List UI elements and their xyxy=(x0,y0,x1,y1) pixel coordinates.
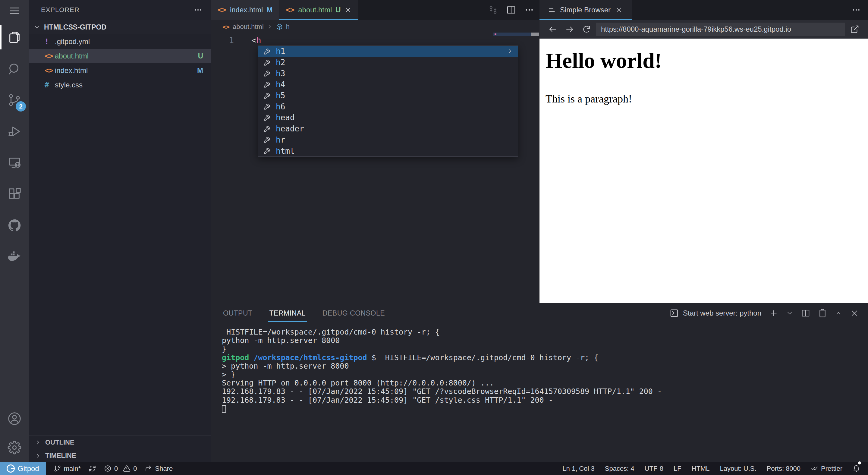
open-external-icon[interactable] xyxy=(847,22,862,36)
code-bracket: < xyxy=(251,36,256,45)
terminal-picker-label: Start web server: python xyxy=(683,309,761,317)
property-wrench-icon xyxy=(264,136,272,144)
close-icon[interactable] xyxy=(344,6,352,13)
menu-icon[interactable] xyxy=(0,0,29,22)
notifications-bell-icon[interactable] xyxy=(852,462,860,475)
eol-sequence[interactable]: LF xyxy=(674,462,681,475)
branch-indicator[interactable]: main* xyxy=(54,462,81,475)
tab-terminal[interactable]: TERMINAL xyxy=(270,303,306,323)
code-line-1[interactable]: 1 <h xyxy=(211,35,261,45)
explorer-header: EXPLORER xyxy=(29,0,211,20)
formatter-label: Prettier xyxy=(821,465,842,473)
settings-gear-icon[interactable] xyxy=(0,433,29,462)
html-file-icon: <> xyxy=(222,23,230,30)
file-row-style-css[interactable]: # style.css xyxy=(29,78,211,92)
tab-about-html[interactable]: <> about.html U xyxy=(279,0,358,20)
account-icon[interactable] xyxy=(0,404,29,433)
editor-scrollbar[interactable] xyxy=(531,33,539,36)
github-icon[interactable] xyxy=(0,210,29,241)
branch-label: main* xyxy=(64,465,81,473)
outline-section-header[interactable]: OUTLINE xyxy=(29,436,211,449)
encoding[interactable]: UTF-8 xyxy=(645,462,663,475)
file-row-gitpod-yml[interactable]: ! .gitpod.yml xyxy=(29,34,211,49)
extensions-icon[interactable] xyxy=(0,179,29,210)
close-panel-icon[interactable] xyxy=(850,309,859,318)
indentation[interactable]: Spaces: 4 xyxy=(605,462,634,475)
double-check-icon xyxy=(811,465,818,472)
suggestion-item[interactable]: head xyxy=(258,112,518,123)
new-terminal-icon[interactable] xyxy=(769,309,778,318)
breadcrumb[interactable]: <> about.html h xyxy=(211,20,539,34)
terminal-output[interactable]: HISTFILE=/workspace/.gitpod/cmd-0 histor… xyxy=(211,323,868,413)
project-root-row[interactable]: HTMLCSS-GITPOD xyxy=(29,20,211,34)
problems-indicator[interactable]: 0 0 xyxy=(104,462,137,475)
timeline-section-header[interactable]: TIMELINE xyxy=(29,449,211,462)
suggestion-item[interactable]: hr xyxy=(258,134,518,146)
property-wrench-icon xyxy=(264,47,272,56)
explorer-sidebar: EXPLORER HTMLCSS-GITPOD ! .gitpod.yml <>… xyxy=(29,0,211,462)
browser-tab-label: Simple Browser xyxy=(560,6,611,14)
terminal-picker[interactable]: Start web server: python xyxy=(670,309,761,318)
breadcrumb-symbol[interactable]: h xyxy=(286,23,290,31)
gitpod-logo-icon xyxy=(7,465,15,473)
file-row-index-html[interactable]: <> index.html M xyxy=(29,63,211,78)
activity-bar: 2 xyxy=(0,0,29,462)
suggestion-detail-chevron-icon[interactable] xyxy=(506,48,514,55)
forward-icon[interactable] xyxy=(562,22,577,36)
file-row-about-html[interactable]: <> about.html U xyxy=(29,49,211,63)
open-changes-icon[interactable] xyxy=(488,5,498,15)
more-actions-icon[interactable] xyxy=(524,5,534,15)
search-icon[interactable] xyxy=(0,53,29,85)
terminal-dropdown-chevron-icon[interactable] xyxy=(786,310,793,317)
docker-icon[interactable] xyxy=(0,241,29,273)
maximize-panel-chevron-icon[interactable] xyxy=(835,310,842,317)
file-name: style.css xyxy=(55,81,203,89)
remote-indicator[interactable]: Gitpod xyxy=(0,462,46,475)
suggestion-item[interactable]: h5 xyxy=(258,90,518,101)
suggestion-item[interactable]: h4 xyxy=(258,79,518,90)
tab-debug-console[interactable]: DEBUG CONSOLE xyxy=(322,303,385,323)
panel-actions: Start web server: python xyxy=(670,303,859,323)
file-name: index.html xyxy=(55,66,197,75)
kill-terminal-trash-icon[interactable] xyxy=(818,309,827,318)
ports-indicator[interactable]: Ports: 8000 xyxy=(767,462,801,475)
sync-indicator[interactable] xyxy=(89,462,96,475)
html-file-icon: <> xyxy=(286,6,294,14)
suggestion-item[interactable]: h2 xyxy=(258,57,518,68)
share-button[interactable]: Share xyxy=(145,462,173,475)
share-label: Share xyxy=(155,465,173,473)
keyboard-layout[interactable]: Layout: U.S. xyxy=(720,462,756,475)
url-input[interactable]: https://8000-aquamarine-gorilla-79ikkp56… xyxy=(596,23,845,36)
breadcrumb-file[interactable]: about.html xyxy=(233,23,264,31)
remote-explorer-icon[interactable] xyxy=(0,147,29,179)
more-actions-icon[interactable] xyxy=(852,5,861,14)
terminal-line: } xyxy=(222,345,868,353)
cursor-position[interactable]: Ln 1, Col 3 xyxy=(562,462,594,475)
explorer-title: EXPLORER xyxy=(41,6,80,14)
suggestion-item[interactable]: html xyxy=(258,145,518,156)
property-wrench-icon xyxy=(264,125,272,133)
split-editor-icon[interactable] xyxy=(506,5,516,15)
suggestion-item[interactable]: h1 xyxy=(258,46,518,57)
sync-icon xyxy=(89,465,96,472)
tab-simple-browser[interactable]: Simple Browser xyxy=(539,0,632,20)
minimap[interactable] xyxy=(493,33,531,36)
suggestion-item[interactable]: header xyxy=(258,123,518,134)
share-icon xyxy=(145,465,152,472)
close-icon[interactable] xyxy=(615,6,623,14)
source-control-icon[interactable]: 2 xyxy=(0,85,29,116)
suggestion-item[interactable]: h6 xyxy=(258,101,518,112)
language-mode[interactable]: HTML xyxy=(692,462,710,475)
split-terminal-icon[interactable] xyxy=(801,309,810,318)
explorer-more-icon[interactable] xyxy=(193,5,203,14)
suggestion-item[interactable]: h3 xyxy=(258,68,518,79)
explorer-files-icon[interactable] xyxy=(0,22,29,53)
run-debug-icon[interactable] xyxy=(0,116,29,147)
formatter-indicator[interactable]: Prettier xyxy=(811,462,842,475)
back-icon[interactable] xyxy=(546,22,560,36)
tab-index-html[interactable]: <> index.html M xyxy=(211,0,279,20)
tab-output[interactable]: OUTPUT xyxy=(223,303,253,323)
tab-dirty-badge: U xyxy=(336,6,341,14)
bottom-panel: OUTPUT TERMINAL DEBUG CONSOLE Start web … xyxy=(211,303,868,462)
reload-icon[interactable] xyxy=(579,22,594,36)
